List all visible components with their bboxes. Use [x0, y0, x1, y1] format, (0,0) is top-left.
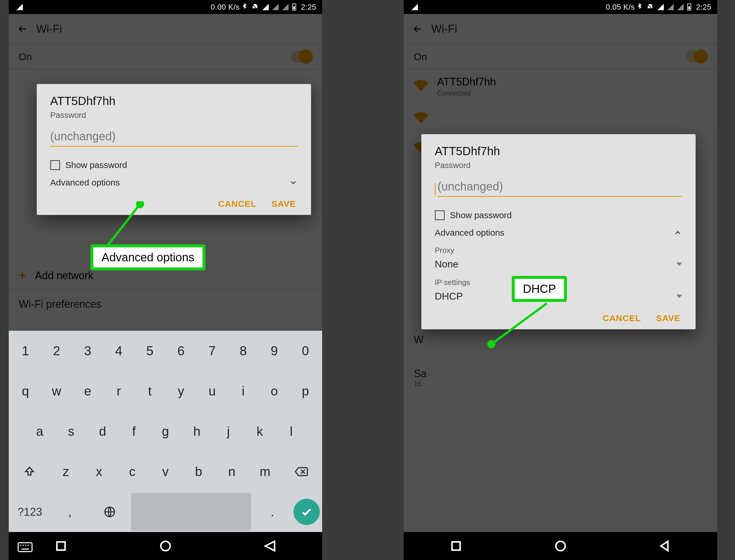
nav-back-icon[interactable]	[263, 539, 277, 553]
svg-point-16	[556, 541, 565, 551]
dialog-ssid: ATT5Dhf7hh	[435, 145, 682, 158]
cancel-button[interactable]: CANCEL	[216, 199, 258, 209]
wifi-icon	[657, 4, 664, 10]
chevron-up-icon	[673, 228, 682, 237]
key-3[interactable]: 3	[73, 332, 102, 370]
key-i[interactable]: i	[229, 372, 258, 410]
text-cursor	[435, 183, 436, 195]
key-b[interactable]: b	[183, 453, 214, 491]
key-z[interactable]: z	[50, 453, 81, 491]
key-n[interactable]: n	[216, 453, 247, 491]
key-u[interactable]: u	[198, 372, 227, 410]
key-f[interactable]: f	[119, 412, 148, 450]
nav-home-icon[interactable]	[554, 539, 568, 553]
key-s[interactable]: s	[57, 412, 86, 450]
key-e[interactable]: e	[73, 372, 102, 410]
key-8[interactable]: 8	[229, 332, 258, 370]
svg-rect-4	[18, 543, 32, 552]
soft-keyboard[interactable]: 1234567890 qwertyuiop asdfghjkl zxcvbnm …	[9, 331, 322, 532]
caret-down-icon	[676, 295, 682, 298]
show-password-row[interactable]: Show password	[435, 210, 682, 220]
space-key[interactable]	[131, 493, 251, 531]
key-d[interactable]: d	[88, 412, 117, 450]
wifi-status-icon	[16, 4, 23, 10]
cancel-button[interactable]: CANCEL	[601, 313, 643, 323]
key-w[interactable]: w	[42, 372, 71, 410]
advanced-options-label: Advanced options	[50, 178, 120, 188]
key-y[interactable]: y	[167, 372, 195, 410]
password-label: Password	[435, 161, 682, 170]
key-4[interactable]: 4	[104, 332, 133, 370]
password-input[interactable]	[50, 128, 297, 147]
key-a[interactable]: a	[25, 412, 54, 450]
wifi-status-icon	[412, 4, 418, 10]
language-key[interactable]	[91, 493, 129, 531]
bluetooth-icon	[636, 3, 643, 11]
key-5[interactable]: 5	[135, 332, 164, 370]
status-bar: 0.05 K/s 2:25	[404, 0, 717, 14]
callout-dhcp: DHCP	[512, 276, 567, 302]
key-g[interactable]: g	[151, 412, 180, 450]
key-q[interactable]: q	[11, 372, 40, 410]
keyboard-switch-icon[interactable]	[17, 541, 33, 553]
checkbox-icon	[50, 160, 60, 170]
advanced-options-row[interactable]: Advanced options	[50, 178, 297, 188]
nav-bar	[9, 532, 322, 560]
key-p[interactable]: p	[291, 372, 320, 410]
backspace-key[interactable]	[283, 453, 320, 491]
clock: 2:25	[696, 3, 711, 12]
key-1[interactable]: 1	[11, 332, 40, 370]
key-v[interactable]: v	[150, 453, 181, 491]
svg-rect-15	[452, 542, 460, 550]
status-bar: 0.00 K/s 2:25	[9, 0, 322, 14]
checkbox-icon	[435, 210, 445, 220]
clock: 2:25	[301, 3, 316, 12]
save-button[interactable]: SAVE	[655, 313, 682, 323]
svg-rect-10	[57, 542, 65, 550]
key-m[interactable]: m	[249, 453, 280, 491]
key-x[interactable]: x	[84, 453, 115, 491]
signal-icon	[272, 4, 279, 10]
key-j[interactable]: j	[214, 412, 243, 450]
symbols-key[interactable]: ?123	[11, 493, 49, 531]
chevron-down-icon	[289, 178, 297, 187]
password-label: Password	[50, 111, 297, 120]
enter-key[interactable]	[293, 499, 320, 525]
nav-home-icon[interactable]	[158, 539, 172, 553]
key-o[interactable]: o	[260, 372, 289, 410]
key-r[interactable]: r	[104, 372, 133, 410]
signal-icon-2	[677, 4, 684, 10]
key-period[interactable]: .	[253, 493, 291, 531]
key-comma[interactable]: ,	[51, 493, 89, 531]
bluetooth-icon	[241, 3, 248, 11]
key-7[interactable]: 7	[198, 332, 227, 370]
key-6[interactable]: 6	[167, 332, 195, 370]
advanced-options-label: Advanced options	[435, 228, 505, 238]
caret-down-icon	[676, 263, 682, 266]
nav-recents-icon[interactable]	[449, 539, 463, 553]
key-9[interactable]: 9	[260, 332, 289, 370]
key-h[interactable]: h	[182, 412, 211, 450]
nav-back-icon[interactable]	[658, 539, 672, 553]
nav-recents-icon[interactable]	[54, 539, 68, 553]
key-0[interactable]: 0	[291, 332, 320, 370]
phone-left: 0.00 K/s 2:25 Wi-Fi On + Add network	[9, 0, 322, 560]
key-c[interactable]: c	[117, 453, 148, 491]
ip-settings-value: DHCP	[435, 291, 463, 302]
battery-icon	[687, 3, 691, 11]
show-password-row[interactable]: Show password	[50, 160, 297, 170]
proxy-dropdown[interactable]: None	[435, 258, 682, 270]
key-l[interactable]: l	[276, 412, 306, 450]
key-t[interactable]: t	[135, 372, 164, 410]
password-input[interactable]	[438, 178, 682, 197]
key-k[interactable]: k	[245, 412, 274, 450]
nav-bar	[404, 532, 717, 560]
show-password-label: Show password	[65, 160, 127, 170]
signal-icon	[667, 4, 674, 10]
shift-key[interactable]	[11, 453, 48, 491]
key-2[interactable]: 2	[42, 332, 71, 370]
battery-icon	[292, 3, 296, 11]
advanced-options-row[interactable]: Advanced options	[435, 228, 682, 238]
network-rate: 0.05 K/s	[606, 3, 635, 12]
save-button[interactable]: SAVE	[270, 199, 297, 209]
